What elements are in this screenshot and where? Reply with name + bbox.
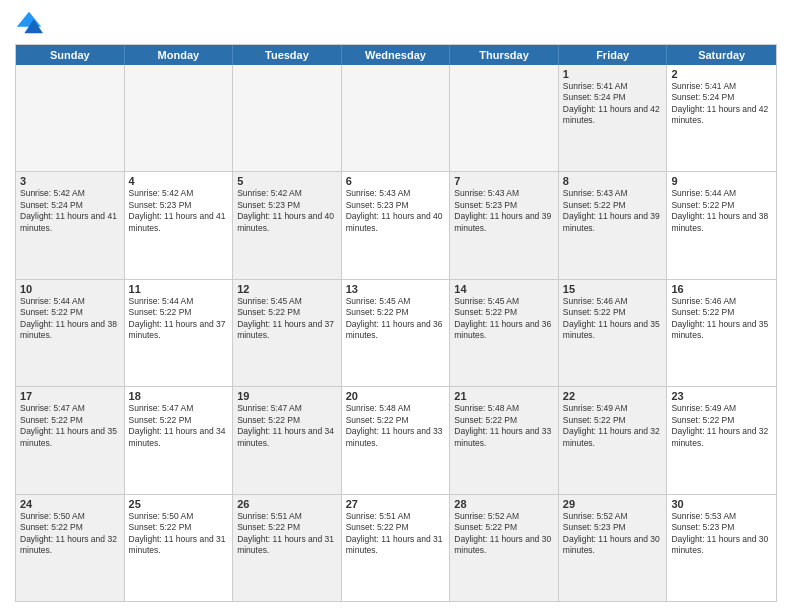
svg-marker-0 bbox=[17, 12, 41, 27]
calendar-body: 1Sunrise: 5:41 AM Sunset: 5:24 PM Daylig… bbox=[16, 65, 776, 601]
calendar-cell: 4Sunrise: 5:42 AM Sunset: 5:23 PM Daylig… bbox=[125, 172, 234, 278]
day-info: Sunrise: 5:48 AM Sunset: 5:22 PM Dayligh… bbox=[454, 403, 554, 449]
calendar-row: 1Sunrise: 5:41 AM Sunset: 5:24 PM Daylig… bbox=[16, 65, 776, 171]
day-info: Sunrise: 5:48 AM Sunset: 5:22 PM Dayligh… bbox=[346, 403, 446, 449]
day-number: 7 bbox=[454, 175, 554, 187]
calendar-cell: 22Sunrise: 5:49 AM Sunset: 5:22 PM Dayli… bbox=[559, 387, 668, 493]
day-number: 26 bbox=[237, 498, 337, 510]
day-info: Sunrise: 5:42 AM Sunset: 5:24 PM Dayligh… bbox=[20, 188, 120, 234]
calendar-cell: 23Sunrise: 5:49 AM Sunset: 5:22 PM Dayli… bbox=[667, 387, 776, 493]
day-info: Sunrise: 5:47 AM Sunset: 5:22 PM Dayligh… bbox=[129, 403, 229, 449]
day-info: Sunrise: 5:44 AM Sunset: 5:22 PM Dayligh… bbox=[20, 296, 120, 342]
calendar-cell: 24Sunrise: 5:50 AM Sunset: 5:22 PM Dayli… bbox=[16, 495, 125, 601]
day-number: 14 bbox=[454, 283, 554, 295]
day-number: 8 bbox=[563, 175, 663, 187]
calendar: SundayMondayTuesdayWednesdayThursdayFrid… bbox=[15, 44, 777, 602]
weekday-header: Sunday bbox=[16, 45, 125, 65]
calendar-row: 17Sunrise: 5:47 AM Sunset: 5:22 PM Dayli… bbox=[16, 386, 776, 493]
day-number: 29 bbox=[563, 498, 663, 510]
day-number: 10 bbox=[20, 283, 120, 295]
day-info: Sunrise: 5:44 AM Sunset: 5:22 PM Dayligh… bbox=[129, 296, 229, 342]
calendar-cell: 18Sunrise: 5:47 AM Sunset: 5:22 PM Dayli… bbox=[125, 387, 234, 493]
day-info: Sunrise: 5:50 AM Sunset: 5:22 PM Dayligh… bbox=[129, 511, 229, 557]
day-info: Sunrise: 5:53 AM Sunset: 5:23 PM Dayligh… bbox=[671, 511, 772, 557]
weekday-header: Friday bbox=[559, 45, 668, 65]
calendar-cell: 30Sunrise: 5:53 AM Sunset: 5:23 PM Dayli… bbox=[667, 495, 776, 601]
day-info: Sunrise: 5:49 AM Sunset: 5:22 PM Dayligh… bbox=[671, 403, 772, 449]
calendar-header: SundayMondayTuesdayWednesdayThursdayFrid… bbox=[16, 45, 776, 65]
day-info: Sunrise: 5:44 AM Sunset: 5:22 PM Dayligh… bbox=[671, 188, 772, 234]
calendar-cell: 21Sunrise: 5:48 AM Sunset: 5:22 PM Dayli… bbox=[450, 387, 559, 493]
day-number: 27 bbox=[346, 498, 446, 510]
calendar-cell: 7Sunrise: 5:43 AM Sunset: 5:23 PM Daylig… bbox=[450, 172, 559, 278]
day-number: 16 bbox=[671, 283, 772, 295]
day-number: 1 bbox=[563, 68, 663, 80]
day-number: 28 bbox=[454, 498, 554, 510]
weekday-header: Tuesday bbox=[233, 45, 342, 65]
day-number: 15 bbox=[563, 283, 663, 295]
calendar-cell: 17Sunrise: 5:47 AM Sunset: 5:22 PM Dayli… bbox=[16, 387, 125, 493]
calendar-cell bbox=[342, 65, 451, 171]
day-number: 5 bbox=[237, 175, 337, 187]
day-number: 13 bbox=[346, 283, 446, 295]
day-info: Sunrise: 5:43 AM Sunset: 5:22 PM Dayligh… bbox=[563, 188, 663, 234]
day-number: 21 bbox=[454, 390, 554, 402]
day-info: Sunrise: 5:41 AM Sunset: 5:24 PM Dayligh… bbox=[671, 81, 772, 127]
day-number: 24 bbox=[20, 498, 120, 510]
day-info: Sunrise: 5:42 AM Sunset: 5:23 PM Dayligh… bbox=[237, 188, 337, 234]
day-number: 9 bbox=[671, 175, 772, 187]
logo bbox=[15, 10, 47, 38]
calendar-cell: 25Sunrise: 5:50 AM Sunset: 5:22 PM Dayli… bbox=[125, 495, 234, 601]
day-info: Sunrise: 5:49 AM Sunset: 5:22 PM Dayligh… bbox=[563, 403, 663, 449]
day-info: Sunrise: 5:45 AM Sunset: 5:22 PM Dayligh… bbox=[454, 296, 554, 342]
calendar-cell: 3Sunrise: 5:42 AM Sunset: 5:24 PM Daylig… bbox=[16, 172, 125, 278]
day-info: Sunrise: 5:43 AM Sunset: 5:23 PM Dayligh… bbox=[346, 188, 446, 234]
logo-icon bbox=[15, 10, 43, 38]
calendar-cell: 26Sunrise: 5:51 AM Sunset: 5:22 PM Dayli… bbox=[233, 495, 342, 601]
day-info: Sunrise: 5:42 AM Sunset: 5:23 PM Dayligh… bbox=[129, 188, 229, 234]
day-number: 17 bbox=[20, 390, 120, 402]
page: SundayMondayTuesdayWednesdayThursdayFrid… bbox=[0, 0, 792, 612]
day-number: 2 bbox=[671, 68, 772, 80]
weekday-header: Saturday bbox=[667, 45, 776, 65]
calendar-cell bbox=[16, 65, 125, 171]
day-number: 6 bbox=[346, 175, 446, 187]
day-number: 25 bbox=[129, 498, 229, 510]
calendar-cell: 19Sunrise: 5:47 AM Sunset: 5:22 PM Dayli… bbox=[233, 387, 342, 493]
day-number: 19 bbox=[237, 390, 337, 402]
calendar-cell: 28Sunrise: 5:52 AM Sunset: 5:22 PM Dayli… bbox=[450, 495, 559, 601]
day-number: 4 bbox=[129, 175, 229, 187]
calendar-row: 3Sunrise: 5:42 AM Sunset: 5:24 PM Daylig… bbox=[16, 171, 776, 278]
day-info: Sunrise: 5:52 AM Sunset: 5:23 PM Dayligh… bbox=[563, 511, 663, 557]
day-info: Sunrise: 5:51 AM Sunset: 5:22 PM Dayligh… bbox=[346, 511, 446, 557]
day-info: Sunrise: 5:52 AM Sunset: 5:22 PM Dayligh… bbox=[454, 511, 554, 557]
calendar-cell: 15Sunrise: 5:46 AM Sunset: 5:22 PM Dayli… bbox=[559, 280, 668, 386]
calendar-cell: 29Sunrise: 5:52 AM Sunset: 5:23 PM Dayli… bbox=[559, 495, 668, 601]
day-number: 3 bbox=[20, 175, 120, 187]
calendar-cell: 6Sunrise: 5:43 AM Sunset: 5:23 PM Daylig… bbox=[342, 172, 451, 278]
calendar-cell: 27Sunrise: 5:51 AM Sunset: 5:22 PM Dayli… bbox=[342, 495, 451, 601]
day-info: Sunrise: 5:41 AM Sunset: 5:24 PM Dayligh… bbox=[563, 81, 663, 127]
calendar-cell: 14Sunrise: 5:45 AM Sunset: 5:22 PM Dayli… bbox=[450, 280, 559, 386]
calendar-cell bbox=[125, 65, 234, 171]
weekday-header: Wednesday bbox=[342, 45, 451, 65]
day-info: Sunrise: 5:45 AM Sunset: 5:22 PM Dayligh… bbox=[346, 296, 446, 342]
day-info: Sunrise: 5:47 AM Sunset: 5:22 PM Dayligh… bbox=[237, 403, 337, 449]
calendar-cell: 8Sunrise: 5:43 AM Sunset: 5:22 PM Daylig… bbox=[559, 172, 668, 278]
day-number: 20 bbox=[346, 390, 446, 402]
day-info: Sunrise: 5:43 AM Sunset: 5:23 PM Dayligh… bbox=[454, 188, 554, 234]
weekday-header: Monday bbox=[125, 45, 234, 65]
calendar-row: 24Sunrise: 5:50 AM Sunset: 5:22 PM Dayli… bbox=[16, 494, 776, 601]
calendar-row: 10Sunrise: 5:44 AM Sunset: 5:22 PM Dayli… bbox=[16, 279, 776, 386]
day-number: 11 bbox=[129, 283, 229, 295]
calendar-cell: 13Sunrise: 5:45 AM Sunset: 5:22 PM Dayli… bbox=[342, 280, 451, 386]
day-number: 30 bbox=[671, 498, 772, 510]
weekday-header: Thursday bbox=[450, 45, 559, 65]
calendar-cell bbox=[450, 65, 559, 171]
calendar-cell: 11Sunrise: 5:44 AM Sunset: 5:22 PM Dayli… bbox=[125, 280, 234, 386]
header bbox=[15, 10, 777, 38]
day-number: 12 bbox=[237, 283, 337, 295]
calendar-cell: 10Sunrise: 5:44 AM Sunset: 5:22 PM Dayli… bbox=[16, 280, 125, 386]
day-info: Sunrise: 5:47 AM Sunset: 5:22 PM Dayligh… bbox=[20, 403, 120, 449]
day-info: Sunrise: 5:45 AM Sunset: 5:22 PM Dayligh… bbox=[237, 296, 337, 342]
